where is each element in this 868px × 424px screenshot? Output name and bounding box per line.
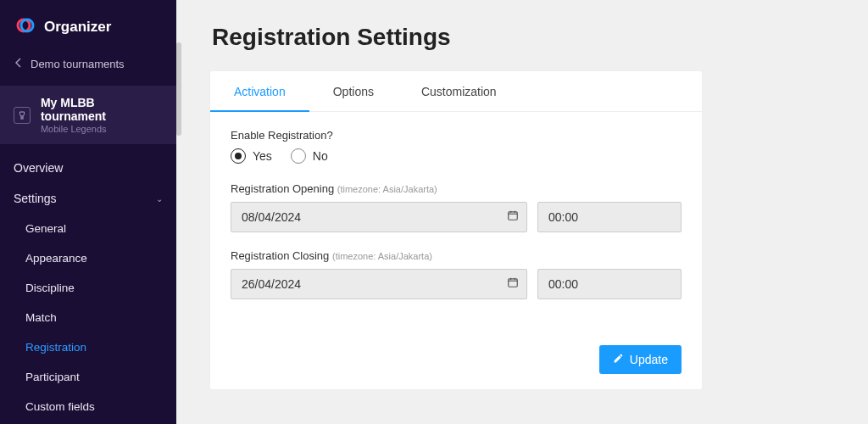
enable-registration-radios: Yes No [231,148,682,164]
nav-match[interactable]: Match [0,303,176,332]
tournament-name: My MLBB tournament [41,96,163,123]
opening-time-input[interactable] [537,202,682,232]
tab-options[interactable]: Options [309,71,398,111]
radio-no[interactable]: No [291,148,328,164]
breadcrumb-label: Demo tournaments [31,58,125,70]
tournament-game: Mobile Legends [41,124,163,134]
nav-general[interactable]: General [0,214,176,243]
closing-time-input[interactable] [537,269,682,299]
nav-appearance[interactable]: Appearance [0,243,176,273]
tabs: Activation Options Customization [210,71,702,112]
scrollbar[interactable] [176,42,181,136]
chevron-down-icon: ⌄ [156,194,163,204]
nav-participant[interactable]: Participant [0,362,176,392]
nav-overview[interactable]: Overview [0,153,176,183]
page-title: Registration Settings [212,24,834,51]
closing-label: Registration Closing (timezone: Asia/Jak… [231,249,682,262]
tab-customization[interactable]: Customization [398,71,520,111]
closing-date-input[interactable] [231,269,527,299]
radio-yes[interactable]: Yes [231,148,272,164]
pencil-icon [613,353,624,366]
closing-date-field[interactable] [231,269,527,299]
settings-card: Activation Options Customization Enable … [210,71,702,389]
enable-registration-label: Enable Registration? [231,129,682,142]
brand-name: Organizer [44,19,111,36]
opening-label: Registration Opening (timezone: Asia/Jak… [231,182,682,195]
nav-settings[interactable]: Settings ⌄ [0,183,176,214]
tournament-header[interactable]: My MLBB tournament Mobile Legends [0,86,176,144]
sidebar: Organizer Demo tournaments My MLBB tourn… [0,0,176,424]
logo-icon [15,15,36,39]
chevron-left-icon [15,58,22,70]
nav-custom-fields[interactable]: Custom fields [0,392,176,421]
tab-activation[interactable]: Activation [210,71,309,112]
nav: Overview Settings ⌄ General Appearance D… [0,144,176,424]
opening-date-input[interactable] [231,202,527,232]
breadcrumb[interactable]: Demo tournaments [0,54,176,86]
update-button[interactable]: Update [599,345,682,374]
nav-discipline[interactable]: Discipline [0,273,176,303]
opening-time-field[interactable] [537,202,682,232]
nav-registration[interactable]: Registration [0,332,176,362]
brand-row: Organizer [0,0,176,54]
closing-time-field[interactable] [537,269,682,299]
main-content: Registration Settings Activation Options… [176,0,868,424]
opening-date-field[interactable] [231,202,527,232]
trophy-icon [14,107,31,124]
